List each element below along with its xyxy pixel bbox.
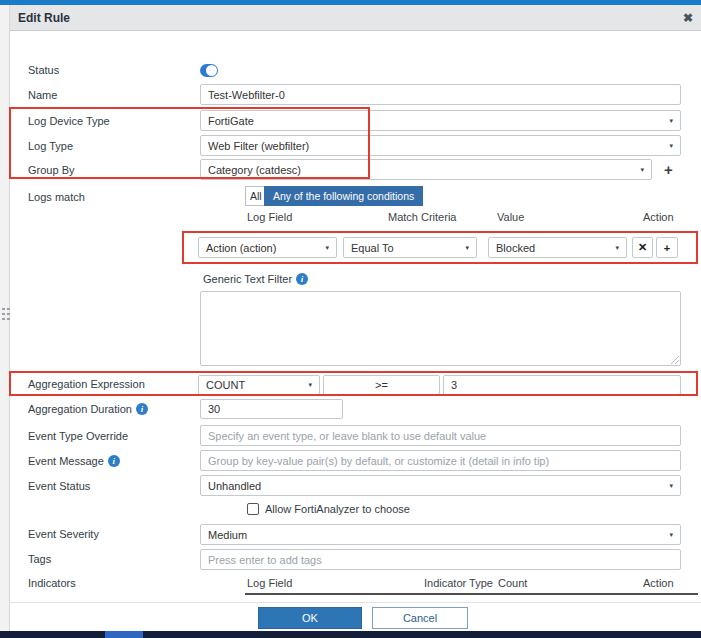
cancel-button[interactable]: Cancel — [372, 607, 468, 629]
condition-remove-button[interactable]: ✕ — [632, 237, 653, 258]
indicators-header-action: Action — [643, 577, 674, 589]
log-type-select[interactable]: Web Filter (webfilter) ▾ — [200, 135, 681, 156]
aggregation-function-value: COUNT — [206, 379, 245, 391]
ok-button[interactable]: OK — [258, 607, 362, 629]
log-type-value: Web Filter (webfilter) — [208, 140, 309, 152]
indicators-label: Indicators — [28, 577, 76, 589]
generic-text-filter-label-text: Generic Text Filter — [203, 273, 292, 285]
tags-label: Tags — [28, 553, 51, 565]
event-status-select[interactable]: Unhandled ▾ — [200, 475, 681, 496]
condition-match-criteria-value: Equal To — [351, 242, 394, 254]
log-device-type-label: Log Device Type — [28, 115, 110, 127]
aggregation-expression-label: Aggregation Expression — [28, 378, 145, 390]
chevron-down-icon: ▾ — [669, 482, 673, 490]
indicators-header-count: Count — [498, 577, 527, 589]
resize-handle-icon[interactable] — [671, 356, 679, 364]
condition-value-select[interactable]: Blocked ▾ — [488, 237, 627, 258]
chevron-down-icon: ▾ — [669, 117, 673, 125]
event-severity-label: Event Severity — [28, 528, 99, 540]
event-message-label: Event Message i — [28, 455, 120, 467]
dialog-title: Edit Rule — [18, 11, 70, 25]
generic-text-filter-label: Generic Text Filter i — [203, 273, 308, 285]
conditions-header-log-field: Log Field — [247, 211, 292, 223]
aggregation-duration-input[interactable] — [200, 399, 343, 419]
aggregation-value-input[interactable] — [443, 375, 681, 395]
chevron-down-icon: ▾ — [325, 244, 329, 252]
toggle-knob — [206, 65, 217, 76]
logs-match-all-label: All — [250, 190, 262, 202]
allow-choose-label: Allow FortiAnalyzer to choose — [265, 503, 410, 515]
event-type-override-label: Event Type Override — [28, 430, 128, 442]
info-icon[interactable]: i — [296, 273, 308, 285]
aggregation-operator-value: >= — [375, 379, 388, 391]
chevron-down-icon: ▾ — [465, 244, 469, 252]
log-type-label: Log Type — [28, 140, 73, 152]
close-icon[interactable]: ✖ — [683, 12, 693, 24]
generic-text-filter-textarea[interactable] — [200, 291, 681, 366]
aggregation-duration-label: Aggregation Duration i — [28, 403, 148, 415]
bottom-bar-segment — [105, 631, 143, 638]
indicators-divider — [245, 593, 698, 595]
event-type-override-input[interactable] — [200, 425, 681, 446]
chevron-down-icon: ▾ — [615, 244, 619, 252]
event-status-value: Unhandled — [208, 480, 261, 492]
logs-match-any-label: Any of the following conditions — [273, 190, 414, 202]
name-label: Name — [28, 89, 57, 101]
footer-divider — [10, 602, 701, 603]
condition-log-field-select[interactable]: Action (action) ▾ — [198, 237, 337, 258]
conditions-header-action: Action — [643, 211, 674, 223]
conditions-header-match-criteria: Match Criteria — [388, 211, 456, 223]
event-severity-value: Medium — [208, 529, 247, 541]
status-label: Status — [28, 64, 59, 76]
condition-add-button[interactable]: + — [656, 237, 678, 258]
add-group-by-button[interactable]: + — [664, 162, 673, 177]
log-device-type-select[interactable]: FortiGate ▾ — [200, 110, 681, 131]
group-by-select[interactable]: Category (catdesc) ▾ — [200, 159, 652, 180]
indicators-header-indicator-type: Indicator Type — [424, 577, 493, 589]
chevron-down-icon: ▾ — [640, 166, 644, 174]
name-input[interactable] — [200, 84, 681, 105]
logs-match-any-button[interactable]: Any of the following conditions — [264, 186, 423, 206]
group-by-value: Category (catdesc) — [208, 164, 301, 176]
event-message-input[interactable] — [200, 450, 681, 471]
info-icon[interactable]: i — [108, 455, 120, 467]
indicators-header-log-field: Log Field — [247, 577, 292, 589]
condition-match-criteria-select[interactable]: Equal To ▾ — [343, 237, 477, 258]
chevron-down-icon: ▾ — [669, 142, 673, 150]
log-device-type-value: FortiGate — [208, 115, 254, 127]
dialog-header: Edit Rule ✖ — [10, 5, 701, 31]
event-status-label: Event Status — [28, 480, 90, 492]
condition-value-value: Blocked — [496, 242, 535, 254]
status-toggle[interactable] — [200, 64, 218, 77]
aggregation-function-select[interactable]: COUNT ▾ — [198, 375, 320, 395]
chevron-down-icon: ▾ — [669, 531, 673, 539]
conditions-header-value: Value — [497, 211, 524, 223]
event-severity-select[interactable]: Medium ▾ — [200, 524, 681, 545]
info-icon[interactable]: i — [136, 403, 148, 415]
chevron-down-icon: ▾ — [308, 381, 312, 389]
allow-choose-checkbox[interactable] — [247, 503, 259, 515]
drag-grip-icon[interactable] — [2, 308, 10, 320]
group-by-label: Group By — [28, 164, 74, 176]
event-message-label-text: Event Message — [28, 455, 104, 467]
aggregation-operator-box[interactable]: >= — [323, 375, 440, 395]
logs-match-label: Logs match — [28, 191, 85, 203]
condition-log-field-value: Action (action) — [206, 242, 276, 254]
aggregation-duration-label-text: Aggregation Duration — [28, 403, 132, 415]
tags-input[interactable] — [200, 549, 681, 570]
